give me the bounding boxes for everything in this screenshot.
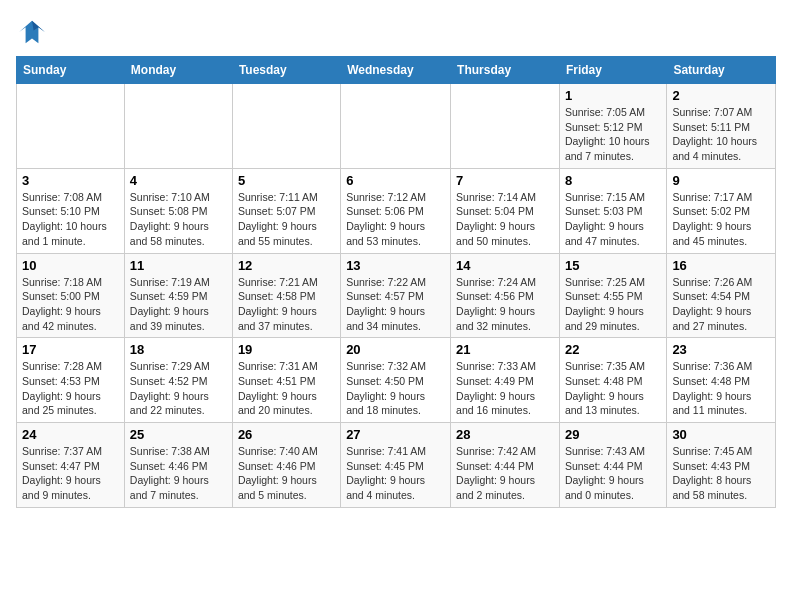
- logo: [16, 16, 52, 48]
- calendar-week-row: 17Sunrise: 7:28 AM Sunset: 4:53 PM Dayli…: [17, 338, 776, 423]
- day-number: 26: [238, 427, 335, 442]
- day-number: 16: [672, 258, 770, 273]
- day-info: Sunrise: 7:37 AM Sunset: 4:47 PM Dayligh…: [22, 444, 119, 503]
- calendar-week-row: 24Sunrise: 7:37 AM Sunset: 4:47 PM Dayli…: [17, 423, 776, 508]
- calendar-cell: 1Sunrise: 7:05 AM Sunset: 5:12 PM Daylig…: [559, 84, 666, 169]
- calendar-cell: 19Sunrise: 7:31 AM Sunset: 4:51 PM Dayli…: [232, 338, 340, 423]
- calendar-cell: 24Sunrise: 7:37 AM Sunset: 4:47 PM Dayli…: [17, 423, 125, 508]
- calendar-cell: 11Sunrise: 7:19 AM Sunset: 4:59 PM Dayli…: [124, 253, 232, 338]
- day-info: Sunrise: 7:18 AM Sunset: 5:00 PM Dayligh…: [22, 275, 119, 334]
- calendar-cell: 7Sunrise: 7:14 AM Sunset: 5:04 PM Daylig…: [451, 168, 560, 253]
- calendar-cell: 29Sunrise: 7:43 AM Sunset: 4:44 PM Dayli…: [559, 423, 666, 508]
- day-number: 5: [238, 173, 335, 188]
- day-info: Sunrise: 7:11 AM Sunset: 5:07 PM Dayligh…: [238, 190, 335, 249]
- day-info: Sunrise: 7:31 AM Sunset: 4:51 PM Dayligh…: [238, 359, 335, 418]
- day-info: Sunrise: 7:45 AM Sunset: 4:43 PM Dayligh…: [672, 444, 770, 503]
- day-info: Sunrise: 7:41 AM Sunset: 4:45 PM Dayligh…: [346, 444, 445, 503]
- calendar-cell: 9Sunrise: 7:17 AM Sunset: 5:02 PM Daylig…: [667, 168, 776, 253]
- calendar-cell: 13Sunrise: 7:22 AM Sunset: 4:57 PM Dayli…: [341, 253, 451, 338]
- day-number: 22: [565, 342, 661, 357]
- day-number: 21: [456, 342, 554, 357]
- day-info: Sunrise: 7:07 AM Sunset: 5:11 PM Dayligh…: [672, 105, 770, 164]
- day-info: Sunrise: 7:28 AM Sunset: 4:53 PM Dayligh…: [22, 359, 119, 418]
- calendar-cell: 6Sunrise: 7:12 AM Sunset: 5:06 PM Daylig…: [341, 168, 451, 253]
- calendar-cell: [232, 84, 340, 169]
- page-header: [16, 16, 776, 48]
- day-number: 9: [672, 173, 770, 188]
- day-info: Sunrise: 7:19 AM Sunset: 4:59 PM Dayligh…: [130, 275, 227, 334]
- day-number: 12: [238, 258, 335, 273]
- calendar-cell: 15Sunrise: 7:25 AM Sunset: 4:55 PM Dayli…: [559, 253, 666, 338]
- day-info: Sunrise: 7:32 AM Sunset: 4:50 PM Dayligh…: [346, 359, 445, 418]
- weekday-header: Sunday: [17, 57, 125, 84]
- day-info: Sunrise: 7:43 AM Sunset: 4:44 PM Dayligh…: [565, 444, 661, 503]
- day-number: 30: [672, 427, 770, 442]
- calendar-cell: 27Sunrise: 7:41 AM Sunset: 4:45 PM Dayli…: [341, 423, 451, 508]
- weekday-header: Thursday: [451, 57, 560, 84]
- weekday-header: Tuesday: [232, 57, 340, 84]
- calendar-cell: [341, 84, 451, 169]
- day-number: 3: [22, 173, 119, 188]
- calendar-cell: 26Sunrise: 7:40 AM Sunset: 4:46 PM Dayli…: [232, 423, 340, 508]
- day-info: Sunrise: 7:42 AM Sunset: 4:44 PM Dayligh…: [456, 444, 554, 503]
- day-info: Sunrise: 7:21 AM Sunset: 4:58 PM Dayligh…: [238, 275, 335, 334]
- day-number: 24: [22, 427, 119, 442]
- day-info: Sunrise: 7:26 AM Sunset: 4:54 PM Dayligh…: [672, 275, 770, 334]
- day-info: Sunrise: 7:10 AM Sunset: 5:08 PM Dayligh…: [130, 190, 227, 249]
- day-number: 1: [565, 88, 661, 103]
- day-number: 13: [346, 258, 445, 273]
- calendar-cell: [451, 84, 560, 169]
- svg-marker-0: [19, 21, 45, 43]
- calendar-week-row: 1Sunrise: 7:05 AM Sunset: 5:12 PM Daylig…: [17, 84, 776, 169]
- calendar-cell: 3Sunrise: 7:08 AM Sunset: 5:10 PM Daylig…: [17, 168, 125, 253]
- calendar-cell: 4Sunrise: 7:10 AM Sunset: 5:08 PM Daylig…: [124, 168, 232, 253]
- day-number: 20: [346, 342, 445, 357]
- calendar-cell: 14Sunrise: 7:24 AM Sunset: 4:56 PM Dayli…: [451, 253, 560, 338]
- calendar-cell: 17Sunrise: 7:28 AM Sunset: 4:53 PM Dayli…: [17, 338, 125, 423]
- day-number: 19: [238, 342, 335, 357]
- day-info: Sunrise: 7:17 AM Sunset: 5:02 PM Dayligh…: [672, 190, 770, 249]
- calendar-cell: [124, 84, 232, 169]
- weekday-header: Friday: [559, 57, 666, 84]
- day-info: Sunrise: 7:14 AM Sunset: 5:04 PM Dayligh…: [456, 190, 554, 249]
- calendar-cell: 8Sunrise: 7:15 AM Sunset: 5:03 PM Daylig…: [559, 168, 666, 253]
- day-number: 27: [346, 427, 445, 442]
- day-number: 15: [565, 258, 661, 273]
- day-info: Sunrise: 7:33 AM Sunset: 4:49 PM Dayligh…: [456, 359, 554, 418]
- calendar-cell: 10Sunrise: 7:18 AM Sunset: 5:00 PM Dayli…: [17, 253, 125, 338]
- day-info: Sunrise: 7:05 AM Sunset: 5:12 PM Dayligh…: [565, 105, 661, 164]
- day-number: 14: [456, 258, 554, 273]
- calendar-table: SundayMondayTuesdayWednesdayThursdayFrid…: [16, 56, 776, 508]
- calendar-cell: 23Sunrise: 7:36 AM Sunset: 4:48 PM Dayli…: [667, 338, 776, 423]
- day-number: 10: [22, 258, 119, 273]
- calendar-cell: 18Sunrise: 7:29 AM Sunset: 4:52 PM Dayli…: [124, 338, 232, 423]
- day-number: 4: [130, 173, 227, 188]
- weekday-header-row: SundayMondayTuesdayWednesdayThursdayFrid…: [17, 57, 776, 84]
- day-number: 25: [130, 427, 227, 442]
- day-info: Sunrise: 7:24 AM Sunset: 4:56 PM Dayligh…: [456, 275, 554, 334]
- day-info: Sunrise: 7:35 AM Sunset: 4:48 PM Dayligh…: [565, 359, 661, 418]
- weekday-header: Monday: [124, 57, 232, 84]
- day-number: 18: [130, 342, 227, 357]
- day-info: Sunrise: 7:08 AM Sunset: 5:10 PM Dayligh…: [22, 190, 119, 249]
- day-number: 2: [672, 88, 770, 103]
- day-number: 29: [565, 427, 661, 442]
- day-info: Sunrise: 7:12 AM Sunset: 5:06 PM Dayligh…: [346, 190, 445, 249]
- day-info: Sunrise: 7:15 AM Sunset: 5:03 PM Dayligh…: [565, 190, 661, 249]
- calendar-cell: 2Sunrise: 7:07 AM Sunset: 5:11 PM Daylig…: [667, 84, 776, 169]
- calendar-cell: 22Sunrise: 7:35 AM Sunset: 4:48 PM Dayli…: [559, 338, 666, 423]
- calendar-cell: 12Sunrise: 7:21 AM Sunset: 4:58 PM Dayli…: [232, 253, 340, 338]
- day-info: Sunrise: 7:25 AM Sunset: 4:55 PM Dayligh…: [565, 275, 661, 334]
- day-number: 28: [456, 427, 554, 442]
- day-number: 11: [130, 258, 227, 273]
- day-info: Sunrise: 7:22 AM Sunset: 4:57 PM Dayligh…: [346, 275, 445, 334]
- calendar-cell: 16Sunrise: 7:26 AM Sunset: 4:54 PM Dayli…: [667, 253, 776, 338]
- day-info: Sunrise: 7:38 AM Sunset: 4:46 PM Dayligh…: [130, 444, 227, 503]
- weekday-header: Saturday: [667, 57, 776, 84]
- calendar-cell: 5Sunrise: 7:11 AM Sunset: 5:07 PM Daylig…: [232, 168, 340, 253]
- day-number: 6: [346, 173, 445, 188]
- day-info: Sunrise: 7:29 AM Sunset: 4:52 PM Dayligh…: [130, 359, 227, 418]
- calendar-cell: 28Sunrise: 7:42 AM Sunset: 4:44 PM Dayli…: [451, 423, 560, 508]
- calendar-week-row: 3Sunrise: 7:08 AM Sunset: 5:10 PM Daylig…: [17, 168, 776, 253]
- day-number: 8: [565, 173, 661, 188]
